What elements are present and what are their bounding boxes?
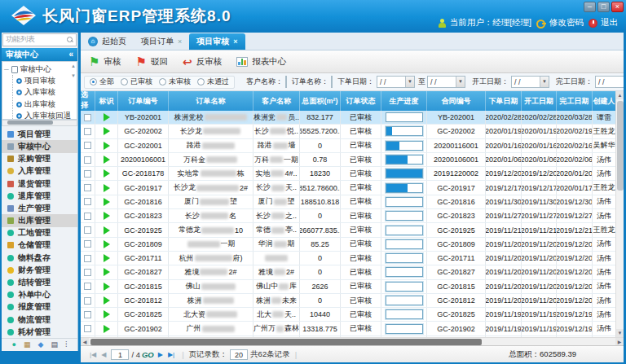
column-header-选择[interactable]: 选择	[81, 91, 95, 111]
horizontal-scroll-thumb[interactable]	[90, 339, 482, 345]
row-checkbox[interactable]	[84, 269, 91, 276]
sidebar-item-退库管理[interactable]: 退库管理	[2, 190, 77, 202]
radio-未通过[interactable]: 未通过	[197, 77, 229, 87]
table-row[interactable]: GC-202002长沙龙长沙悦..65525.7200..已审核GC-20200…	[81, 125, 624, 138]
tab-close-icon[interactable]: ×	[178, 37, 182, 46]
sidebar-item-报废管理[interactable]: 报废管理	[2, 301, 77, 314]
first-page-button[interactable]: |◀	[90, 351, 96, 358]
row-checkbox[interactable]	[84, 226, 91, 234]
tree-item-入库审核回退[interactable]: 入库审核回退	[13, 111, 77, 120]
row-checkbox[interactable]	[84, 184, 91, 191]
sidebar-item-项目管理[interactable]: 项目管理	[2, 128, 77, 140]
calendar-dropdown-icon[interactable]: ▼	[456, 77, 465, 87]
column-header-订单名称[interactable]: 订单名称	[169, 91, 253, 111]
column-header-订单编号[interactable]: 订单编号	[118, 91, 169, 111]
column-header-下单日期[interactable]: 下单日期	[486, 91, 522, 111]
row-checkbox[interactable]	[84, 114, 91, 121]
start-date-input[interactable]: / / ▼	[511, 76, 549, 88]
table-row[interactable]: GC-201815佛山佛山中库2626已审核GC-2018152019/11/2…	[81, 280, 624, 294]
sidebar-item-物料盘存[interactable]: 物料盘存	[2, 252, 77, 264]
row-checkbox[interactable]	[84, 156, 91, 164]
scroll-left-icon[interactable]: ◀	[81, 338, 89, 346]
toolbar-button-报表中心[interactable]: 报表中心	[236, 56, 286, 68]
tree-expander-icon[interactable]: ─	[4, 66, 9, 73]
sidebar-item-采购管理[interactable]: 采购管理	[2, 153, 77, 165]
table-row[interactable]: GC-201925常德龙10常德亭..266077.835..已审核GC-201…	[81, 223, 624, 237]
table-row[interactable]: GC-201816厦门望厦门望188510.818已审核GC-201816201…	[81, 195, 624, 209]
table-row[interactable]: GC-202001路港路港墙0已审核202001160012020/01/162…	[81, 139, 624, 153]
row-checkbox[interactable]	[84, 255, 91, 262]
row-checkbox[interactable]	[84, 311, 91, 318]
table-row[interactable]: GC-201711杭州府)0已审核GC-2017112019/11/202019…	[81, 252, 624, 265]
sidebar-item-生产管理[interactable]: 生产管理	[2, 202, 77, 214]
order-name-input[interactable]	[331, 76, 333, 88]
pen-icon[interactable]: ◆	[38, 341, 44, 349]
column-header-总面积(m²)[interactable]: 总面积(m²)	[300, 91, 341, 111]
go-button[interactable]: GO	[142, 350, 154, 359]
table-row[interactable]: GC-201825北大资北大天..10440已审核GC-2018252019/1…	[81, 308, 624, 322]
sidebar-item-退货管理[interactable]: 退货管理	[2, 178, 77, 190]
sidebar-item-结转管理[interactable]: 结转管理	[2, 276, 77, 288]
minimize-button[interactable]: –	[584, 2, 596, 12]
status-dot-icon[interactable]: ●	[12, 341, 16, 349]
tree-item-项目审核[interactable]: 项目审核	[13, 75, 77, 87]
row-checkbox[interactable]	[84, 170, 91, 178]
toolbar-button-驳回[interactable]: ⚑驳回	[135, 55, 167, 68]
column-header-开工日期[interactable]: 开工日期	[522, 91, 557, 111]
logout-button[interactable]: 退出	[589, 17, 618, 29]
sidebar-item-出库管理[interactable]: 出库管理	[2, 214, 77, 226]
sidebar-item-仓储管理[interactable]: 仓储管理	[2, 239, 77, 252]
tree-horizontal-scrollbar[interactable]	[2, 120, 77, 126]
tab-close-icon[interactable]: ×	[233, 37, 237, 46]
row-checkbox[interactable]	[84, 128, 91, 135]
vertical-scroll-thumb[interactable]	[617, 101, 624, 191]
customer-name-input[interactable]	[285, 76, 287, 88]
function-search-input[interactable]: 功能列表	[2, 33, 77, 46]
toolbar-button-反审核[interactable]: ↩反审核	[183, 55, 222, 68]
vertical-scrollbar[interactable]: ▲ ▼	[615, 91, 624, 337]
sidebar-item-工地管理[interactable]: 工地管理	[2, 227, 77, 239]
sidebar-item-补单中心[interactable]: 补单中心	[2, 289, 77, 301]
column-header-创建人[interactable]: 创建人	[593, 91, 616, 111]
maximize-button[interactable]: □	[597, 2, 610, 12]
radio-已审核[interactable]: 已审核	[121, 77, 152, 87]
tree-root-audit-center[interactable]: ─ 审核中心	[4, 64, 77, 75]
column-header-合同编号[interactable]: 合同编号	[427, 91, 486, 111]
order-date-from-input[interactable]: / / ▼	[377, 76, 415, 88]
table-row[interactable]: GC-201823长沙名长沙之..0已审核GC-2018232019/11/27…	[81, 209, 624, 223]
page-size-input[interactable]: 20	[230, 349, 248, 360]
table-row[interactable]: GC-201902广州广州万森林13318.775已审核GC-201902201…	[81, 322, 624, 335]
tab-项目审核[interactable]: 项目审核×	[189, 33, 245, 50]
tab-项目订单[interactable]: 项目订单×	[134, 33, 189, 50]
row-checkbox[interactable]	[84, 283, 91, 290]
next-page-button[interactable]: ▶	[158, 351, 163, 358]
column-header-客户名称[interactable]: 客户名称	[253, 91, 300, 111]
radio-未审核[interactable]: 未审核	[159, 77, 191, 87]
change-password-button[interactable]: 修改密码	[536, 17, 584, 29]
row-checkbox[interactable]	[84, 213, 91, 220]
table-row[interactable]: 0已审核汤伟	[81, 336, 624, 337]
column-header-生产进度[interactable]: 生产进度	[381, 91, 427, 111]
notebook-icon[interactable]: ▤	[51, 341, 58, 349]
calendar-dropdown-icon[interactable]: ▼	[405, 77, 414, 87]
prev-page-button[interactable]: ◀	[101, 351, 106, 358]
more-icon[interactable]: ⁞	[65, 341, 68, 349]
tree-item-入库审核[interactable]: 入库审核	[13, 87, 77, 99]
row-checkbox[interactable]	[84, 198, 91, 205]
column-header-标识[interactable]: 标识	[95, 91, 118, 111]
column-header-订单状态[interactable]: 订单状态	[341, 91, 381, 111]
table-row[interactable]: GC-201827雅境2#雅境2#0已审核GC-2018272019/11/20…	[81, 265, 624, 279]
toolbar-button-审核[interactable]: ⚑审核	[89, 55, 121, 68]
scroll-down-icon[interactable]: ▼	[616, 329, 624, 337]
order-date-to-input[interactable]: / / ▼	[427, 76, 465, 88]
table-row[interactable]: GC-201812株洲株洲未来0已审核GC-2018122019/11/2020…	[81, 294, 624, 308]
tree-item-出库审核[interactable]: 出库审核	[13, 99, 77, 111]
finish-date-input[interactable]: / /	[595, 76, 624, 88]
column-header-完工日期[interactable]: 完工日期	[557, 91, 593, 111]
horizontal-scrollbar[interactable]: ◀ ▶	[81, 337, 624, 345]
table-row[interactable]: GC-201809一期华润期85.25已审核GC-2018092019/11/2…	[81, 238, 624, 252]
row-checkbox[interactable]	[84, 240, 91, 248]
row-checkbox[interactable]	[84, 325, 91, 332]
sidebar-item-审核中心[interactable]: 审核中心	[2, 140, 77, 152]
sidebar-item-财务管理[interactable]: 财务管理	[2, 264, 77, 276]
